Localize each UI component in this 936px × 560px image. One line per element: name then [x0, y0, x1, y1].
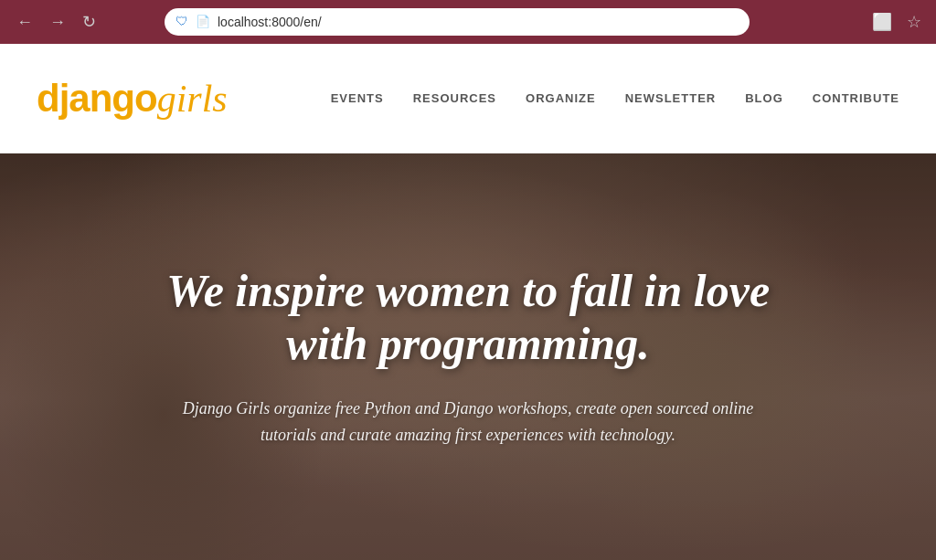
browser-nav-buttons: ← → ↻: [11, 10, 101, 34]
tab-manager-button[interactable]: ⬜: [868, 8, 896, 36]
bookmark-button[interactable]: ☆: [903, 8, 925, 36]
nav-organize[interactable]: ORGANIZE: [526, 91, 596, 105]
hero-headline: We inspire women to fall in love with pr…: [139, 265, 797, 370]
back-button[interactable]: ←: [11, 10, 38, 34]
nav-resources[interactable]: RESOURCES: [413, 91, 496, 105]
nav-newsletter[interactable]: NEWSLETTER: [625, 91, 717, 105]
logo-django: django: [37, 77, 157, 121]
address-text: localhost:8000/en/: [218, 15, 322, 29]
site-navbar: django girls EVENTS RESOURCES ORGANIZE N…: [0, 44, 936, 153]
security-shield-icon: 🛡: [176, 15, 188, 29]
browser-actions: ⬜ ☆: [868, 8, 925, 36]
reload-button[interactable]: ↻: [77, 10, 101, 34]
nav-events[interactable]: EVENTS: [331, 91, 384, 105]
site-nav-links: EVENTS RESOURCES ORGANIZE NEWSLETTER BLO…: [331, 91, 899, 105]
hero-subtext: Django Girls organize free Python and Dj…: [157, 396, 779, 449]
browser-chrome: ← → ↻ 🛡 📄 localhost:8000/en/ ⬜ ☆: [0, 0, 936, 44]
site-logo[interactable]: django girls: [37, 77, 228, 121]
hero-section: We inspire women to fall in love with pr…: [0, 153, 936, 560]
logo-girls: girls: [157, 77, 228, 121]
nav-contribute[interactable]: CONTRIBUTE: [813, 91, 899, 105]
page-icon: 📄: [196, 15, 210, 29]
address-bar[interactable]: 🛡 📄 localhost:8000/en/: [165, 8, 750, 36]
nav-blog[interactable]: BLOG: [745, 91, 783, 105]
forward-button[interactable]: →: [44, 10, 71, 34]
hero-content: We inspire women to fall in love with pr…: [102, 265, 834, 449]
